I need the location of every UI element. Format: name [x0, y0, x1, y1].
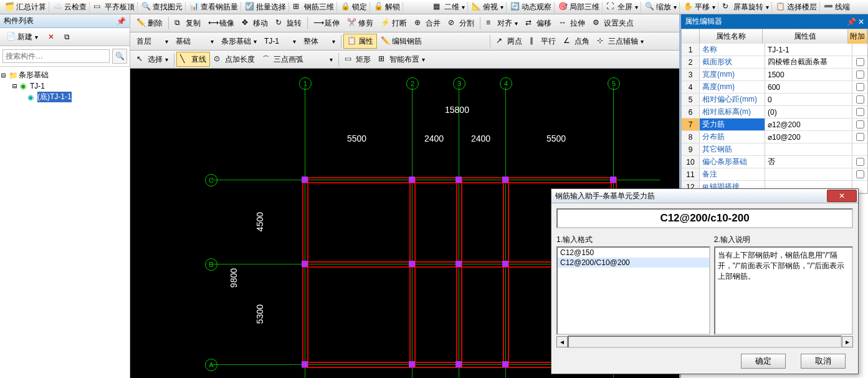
prop-value[interactable]: ⌀12@200 — [765, 119, 852, 130]
attr-button[interactable]: 📋属性 — [343, 34, 377, 49]
property-row[interactable]: 5相对偏心距(mm)0 — [682, 94, 867, 106]
dd-scope[interactable]: 整体▾ — [300, 34, 339, 49]
grip-handle[interactable] — [409, 177, 415, 183]
prop-checkbox[interactable] — [852, 69, 867, 80]
menu-local3d[interactable]: 🎯局部三维 — [556, 2, 603, 12]
checkbox[interactable] — [856, 133, 864, 141]
tb-delete[interactable]: ✏️删除 — [133, 16, 166, 31]
prop-checkbox[interactable] — [852, 156, 867, 168]
list-item[interactable]: C12@200/C10@200 — [558, 258, 709, 268]
grip-handle[interactable] — [409, 261, 415, 267]
pin-icon[interactable]: 📌 — [117, 17, 126, 26]
grip-handle[interactable] — [502, 261, 508, 267]
pin-icon[interactable]: 📌 ✕ — [847, 17, 864, 26]
tb-extend[interactable]: ⟶延伸 — [310, 16, 343, 31]
tb-split[interactable]: ⊘分割 — [444, 16, 478, 31]
prop-value[interactable]: 四棱锥台截面条基 — [765, 56, 852, 68]
prop-value[interactable]: 600 — [765, 81, 852, 93]
tb-rotate[interactable]: ↻旋转 — [272, 16, 305, 31]
grip-handle[interactable] — [302, 177, 308, 183]
menu-cloud[interactable]: ☁️云检查 — [50, 2, 90, 12]
delete-button[interactable]: ✕ — [44, 29, 58, 44]
prop-value[interactable]: (0) — [765, 106, 852, 118]
tree-root[interactable]: ⊟📁条形基础 — [1, 69, 128, 81]
dd-floor[interactable]: 首层▾ — [133, 34, 172, 49]
tb-mirror[interactable]: ⟷镜像 — [204, 16, 238, 31]
property-row[interactable]: 11备注 — [682, 168, 867, 181]
prop-value[interactable]: 否 — [765, 156, 852, 168]
prop-checkbox[interactable] — [852, 56, 867, 68]
menu-rebar[interactable]: 📊查看钢筋量 — [187, 2, 241, 12]
dialog-scrollbar[interactable]: ◂ ▸ — [556, 336, 853, 347]
grip-handle[interactable] — [455, 261, 462, 267]
property-row[interactable]: 6相对底标高(m)(0) — [682, 106, 867, 119]
tb-offset[interactable]: ⇄偏移 — [522, 16, 555, 31]
prop-checkbox[interactable] — [852, 143, 867, 155]
checkbox[interactable] — [856, 58, 864, 66]
cancel-button[interactable]: 取消 — [801, 354, 846, 369]
dd-tj[interactable]: TJ-1▾ — [260, 34, 300, 49]
checkbox[interactable] — [856, 70, 864, 79]
property-row[interactable]: 8分布筋⌀10@200 — [682, 131, 867, 143]
scroll-right-icon[interactable]: ▸ — [842, 336, 853, 347]
prop-value[interactable]: ⌀10@200 — [765, 131, 852, 143]
checkbox[interactable] — [856, 108, 864, 116]
menu-lineend[interactable]: ➖线端 — [821, 2, 852, 12]
menu-rotate[interactable]: ↻屏幕旋转▾ — [720, 2, 772, 12]
menu-layer[interactable]: 📋选择楼层 — [773, 2, 820, 12]
menu-zoom[interactable]: 🔍缩放▾ — [642, 2, 680, 12]
tb-axis[interactable]: ⊹三点辅轴▾ — [593, 34, 647, 49]
tree-child[interactable]: ⊟◉TJ-1 — [1, 81, 128, 91]
tb-snap[interactable]: ⚙设置夹点 — [589, 16, 637, 31]
tb-stretch[interactable]: ↔拉伸 — [555, 16, 589, 31]
dd-cat[interactable]: 基础▾ — [172, 34, 217, 49]
prop-value[interactable] — [765, 168, 852, 180]
tb-merge[interactable]: ⊕合并 — [411, 16, 444, 31]
tb-trim[interactable]: ✂️修剪 — [343, 16, 377, 31]
checkbox[interactable] — [856, 120, 864, 128]
property-row[interactable]: 1名称TJ-1-1 — [682, 44, 867, 56]
menu-lock[interactable]: 🔒锁定 — [338, 2, 370, 12]
checkbox[interactable] — [856, 170, 864, 178]
grip-handle[interactable] — [455, 177, 462, 183]
prop-checkbox[interactable] — [852, 106, 867, 118]
grip-handle[interactable] — [302, 361, 308, 367]
property-row[interactable]: 4高度(mm)600 — [682, 81, 867, 94]
grip-handle[interactable] — [302, 261, 308, 267]
prop-value[interactable]: 1500 — [765, 69, 852, 80]
select-tool[interactable]: ↖选择▾ — [133, 52, 172, 67]
property-row[interactable]: 10偏心条形基础否 — [682, 156, 867, 168]
tb-move[interactable]: ✥移动 — [238, 16, 272, 31]
prop-checkbox[interactable] — [852, 44, 867, 56]
prop-checkbox[interactable] — [852, 119, 867, 130]
grip-handle[interactable] — [502, 361, 508, 367]
copy-button[interactable]: ⧉ — [60, 29, 74, 44]
scroll-left-icon[interactable]: ◂ — [556, 336, 568, 347]
tb-ptangle[interactable]: ∠点角 — [560, 34, 593, 49]
prop-checkbox[interactable] — [852, 94, 867, 105]
menu-unlock[interactable]: 🔓解锁 — [371, 2, 403, 12]
search-button[interactable]: 🔍 — [112, 49, 127, 64]
property-row[interactable]: 9其它钢筋 — [682, 143, 867, 156]
prop-checkbox[interactable] — [852, 168, 867, 180]
line-tool[interactable]: ╲直线 — [176, 52, 210, 67]
tb-align[interactable]: ≡对齐▾ — [482, 16, 522, 31]
grip-handle[interactable] — [610, 177, 616, 183]
edit-rebar-button[interactable]: ✏️编辑钢筋 — [377, 34, 426, 49]
property-row[interactable]: 3宽度(mm)1500 — [682, 69, 867, 81]
menu-batch[interactable]: ☑️批量选择 — [242, 2, 289, 12]
menu-flat[interactable]: ▭平齐板顶 — [91, 2, 138, 12]
property-row[interactable]: 7受力筋⌀12@200 — [682, 119, 867, 131]
dd-type[interactable]: 条形基础▾ — [217, 34, 260, 49]
format-list[interactable]: C12@150 C12@200/C10@200 — [556, 246, 710, 335]
menu-full[interactable]: ⛶全屏▾ — [604, 2, 641, 12]
ok-button[interactable]: 确定 — [741, 354, 786, 369]
menu-2d[interactable]: ▦二维▾ — [431, 2, 468, 12]
grip-handle[interactable] — [455, 361, 462, 367]
menu-find[interactable]: 🔍查找图元 — [139, 2, 186, 12]
dialog-value[interactable]: C12@200/c10-200 — [556, 208, 853, 228]
grip-handle[interactable] — [409, 361, 415, 367]
checkbox[interactable] — [856, 83, 864, 91]
grip-handle[interactable] — [502, 177, 508, 183]
auto-layout[interactable]: ⊞智能布置▾ — [374, 52, 429, 67]
